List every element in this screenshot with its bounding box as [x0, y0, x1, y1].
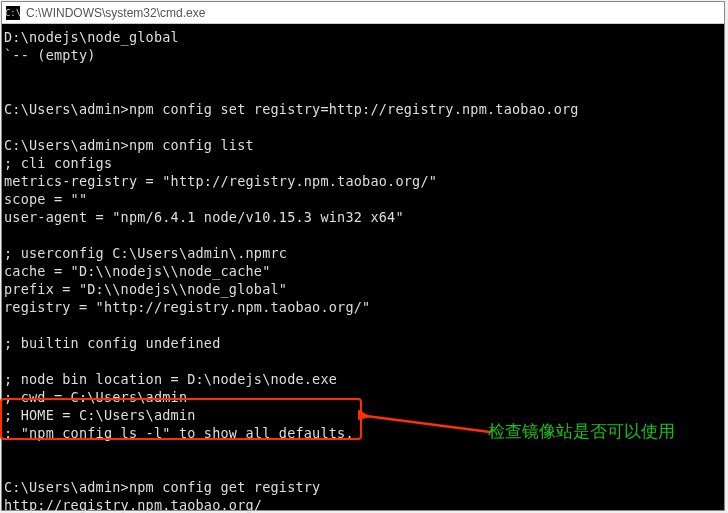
terminal-line: [4, 64, 722, 82]
terminal-line: [4, 82, 722, 100]
window-title: C:\WINDOWS\system32\cmd.exe: [26, 6, 205, 20]
terminal-line: metrics-registry = "http://registry.npm.…: [4, 172, 722, 190]
icon-glyph: C:\: [5, 8, 21, 18]
terminal-line: [4, 316, 722, 334]
terminal-line: [4, 352, 722, 370]
terminal-line: ; cli configs: [4, 154, 722, 172]
titlebar[interactable]: C:\ C:\WINDOWS\system32\cmd.exe: [2, 2, 724, 24]
terminal-line: `-- (empty): [4, 46, 722, 64]
terminal-line: [4, 118, 722, 136]
terminal-line: [4, 442, 722, 460]
terminal-line: user-agent = "npm/6.4.1 node/v10.15.3 wi…: [4, 208, 722, 226]
terminal-line: scope = "": [4, 190, 722, 208]
annotation-text: 检查镜像站是否可以使用: [488, 420, 675, 443]
terminal-line: C:\Users\admin>npm config list: [4, 136, 722, 154]
terminal-line: ; userconfig C:\Users\admin\.npmrc: [4, 244, 722, 262]
terminal-line: C:\Users\admin>npm config set registry=h…: [4, 100, 722, 118]
cmd-icon: C:\: [6, 6, 20, 20]
terminal-line: [4, 460, 722, 478]
terminal-line: [4, 226, 722, 244]
terminal-line: ; node bin location = D:\nodejs\node.exe: [4, 370, 722, 388]
terminal-line: ; builtin config undefined: [4, 334, 722, 352]
terminal-line: registry = "http://registry.npm.taobao.o…: [4, 298, 722, 316]
terminal-line: prefix = "D:\\nodejs\\node_global": [4, 280, 722, 298]
terminal-line: ; cwd = C:\Users\admin: [4, 388, 722, 406]
terminal-line: http://registry.npm.taobao.org/: [4, 496, 722, 513]
terminal-line: C:\Users\admin>npm config get registry: [4, 478, 722, 496]
terminal-line: cache = "D:\\nodejs\\node_cache": [4, 262, 722, 280]
terminal-line: D:\nodejs\node_global: [4, 28, 722, 46]
